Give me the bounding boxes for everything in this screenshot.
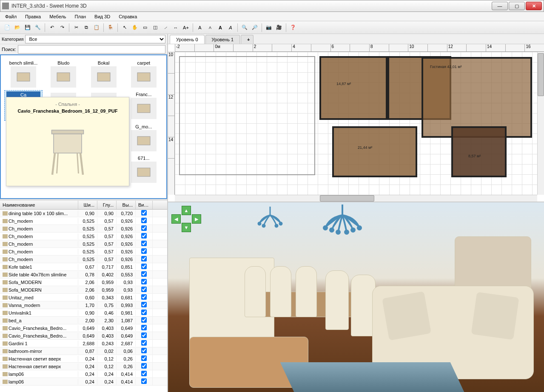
maximize-button[interactable]: ▢ (509, 2, 525, 10)
table-row[interactable]: Cavio_Francheska_Bedro...0,6490,4030,649 (0, 332, 167, 340)
row-visible-checkbox[interactable] (141, 248, 147, 254)
table-row[interactable]: Sofa_MODERN2,060,9590,93 (0, 286, 167, 294)
row-visible-checkbox[interactable] (141, 218, 147, 223)
table-row[interactable]: Unitaz_med0,600,3430,681 (0, 294, 167, 301)
text-italic-icon[interactable]: A (226, 23, 235, 32)
furniture-list-header[interactable]: Наименование Ши... Глу... Вы... Види... (0, 201, 167, 210)
room-tool-icon[interactable]: ◫ (151, 23, 160, 32)
table-row[interactable]: dining table 100 x 100 slim...0,900,900,… (0, 210, 167, 217)
copy-icon[interactable]: ⧉ (82, 23, 91, 32)
table-row[interactable]: bathroom-mirror0,870,020,06 (0, 347, 167, 355)
furniture-list[interactable]: Наименование Ши... Глу... Вы... Види... … (0, 201, 167, 392)
row-visible-checkbox[interactable] (141, 355, 147, 361)
table-row[interactable]: Ch_modern0,5250,570,926 (0, 217, 167, 225)
table-row[interactable]: Ch_modern0,5250,570,926 (0, 233, 167, 240)
catalog-item[interactable]: Bokal (85, 59, 123, 88)
table-row[interactable]: Ch_modern0,5250,570,926 (0, 225, 167, 233)
menu-1[interactable]: Правка (22, 13, 44, 20)
dimension-tool-icon[interactable]: ↔ (171, 23, 180, 32)
paste-icon[interactable]: 📋 (92, 23, 101, 32)
row-visible-checkbox[interactable] (141, 294, 147, 300)
scrollbar-horizontal[interactable] (175, 195, 537, 202)
level-tab[interactable]: Уровень 0 (170, 35, 205, 44)
plan-canvas[interactable]: -20м246810121416 101214 14,87 м² 21,44 м… (168, 44, 544, 202)
text-tool-icon[interactable]: A+ (181, 23, 191, 32)
new-file-icon[interactable]: 📄 (3, 23, 12, 32)
menu-5[interactable]: Справка (115, 13, 140, 20)
nav-right-icon[interactable]: ▶ (192, 214, 201, 224)
view-3d[interactable]: ▲ ◀ ▶ ▼ (168, 202, 544, 392)
minimize-button[interactable]: — (492, 2, 508, 10)
add-level-button[interactable]: + (241, 35, 253, 44)
save-file-icon[interactable]: 💾 (23, 23, 32, 32)
table-row[interactable]: Side table 40x78cm slimline0,780,4020,55… (0, 271, 167, 278)
nav-down-icon[interactable]: ▼ (182, 223, 191, 232)
open-file-icon[interactable]: 📂 (13, 23, 22, 32)
row-visible-checkbox[interactable] (141, 241, 147, 246)
row-visible-checkbox[interactable] (141, 310, 147, 315)
table-row[interactable]: Vanna_modern1,700,750,993 (0, 301, 167, 309)
search-input[interactable] (18, 45, 165, 54)
row-visible-checkbox[interactable] (141, 317, 147, 323)
row-visible-checkbox[interactable] (141, 378, 147, 384)
pan-tool-icon[interactable]: ✋ (130, 23, 140, 32)
catalog-item[interactable]: bench slimli... (4, 59, 43, 88)
row-visible-checkbox[interactable] (141, 210, 147, 216)
catalog-item[interactable]: Bludo (44, 59, 83, 88)
catalog-item[interactable]: carpet (125, 59, 163, 88)
table-row[interactable]: Настенная светит вверх0,240,120,26 (0, 355, 167, 363)
zoom-out-icon[interactable]: 🔎 (250, 23, 259, 32)
add-furniture-icon[interactable]: 🪑 (106, 23, 115, 32)
table-row[interactable]: Gardini 12,6880,2432,687 (0, 340, 167, 347)
row-visible-checkbox[interactable] (141, 287, 147, 292)
menu-4[interactable]: Вид 3D (91, 13, 114, 20)
text-bold-icon[interactable]: A (216, 23, 225, 32)
row-visible-checkbox[interactable] (141, 325, 147, 330)
text-decrease-icon[interactable]: A (205, 23, 215, 32)
table-row[interactable]: Настенная светит вверх0,240,120,26 (0, 363, 167, 370)
polyline-tool-icon[interactable]: ⟋ (161, 23, 170, 32)
row-visible-checkbox[interactable] (141, 225, 147, 231)
category-select[interactable]: Все (25, 35, 165, 43)
plan-content[interactable]: 14,87 м² 21,44 м² 8,57 м² Гостиная 42,01… (175, 52, 537, 195)
video-icon[interactable]: 🎥 (274, 23, 284, 32)
table-row[interactable]: Umivalnik10,900,460,981 (0, 309, 167, 317)
cut-icon[interactable]: ✂ (71, 23, 81, 32)
menu-2[interactable]: Мебель (46, 13, 69, 20)
catalog-item[interactable]: G_mo... (125, 122, 163, 152)
photo-icon[interactable]: 📷 (264, 23, 273, 32)
table-row[interactable]: lamp060,240,240,414 (0, 370, 167, 378)
row-visible-checkbox[interactable] (141, 332, 147, 338)
menu-0[interactable]: Файл (2, 13, 20, 20)
table-row[interactable]: Ch_modern0,5250,570,926 (0, 240, 167, 248)
zoom-in-icon[interactable]: 🔍 (240, 23, 249, 32)
row-visible-checkbox[interactable] (141, 363, 147, 369)
help-icon[interactable]: ❓ (288, 23, 298, 32)
row-visible-checkbox[interactable] (141, 279, 147, 284)
nav-left-icon[interactable]: ◀ (171, 214, 181, 224)
table-row[interactable]: Sofa_MODERN2,060,9590,93 (0, 278, 167, 286)
preferences-icon[interactable]: 🔧 (33, 23, 43, 32)
level-tab[interactable]: Уровень 1 (205, 35, 240, 44)
menu-3[interactable]: План (71, 13, 90, 20)
row-visible-checkbox[interactable] (141, 271, 147, 277)
row-visible-checkbox[interactable] (141, 302, 147, 307)
table-row[interactable]: bed_a2,002,301,087 (0, 317, 167, 324)
select-tool-icon[interactable]: ↖ (120, 23, 129, 32)
furniture-catalog[interactable]: bench slimli...BludoBokalcarpetCaFranc..… (0, 54, 167, 199)
table-row[interactable]: lamp060,240,240,414 (0, 378, 167, 386)
catalog-item[interactable]: Franc... (125, 90, 163, 121)
row-visible-checkbox[interactable] (141, 233, 147, 239)
scrollbar-vertical[interactable] (537, 52, 544, 195)
table-row[interactable]: Kofe table10,670,7170,851 (0, 263, 167, 271)
row-visible-checkbox[interactable] (141, 264, 147, 269)
undo-icon[interactable]: ↶ (47, 23, 57, 32)
row-visible-checkbox[interactable] (141, 340, 147, 346)
row-visible-checkbox[interactable] (141, 348, 147, 353)
text-style-icon[interactable]: A (195, 23, 205, 32)
row-visible-checkbox[interactable] (141, 371, 147, 376)
catalog-item[interactable]: 671... (125, 154, 163, 184)
close-button[interactable]: ✕ (526, 2, 542, 10)
redo-icon[interactable]: ↷ (57, 23, 67, 32)
row-visible-checkbox[interactable] (141, 256, 147, 261)
